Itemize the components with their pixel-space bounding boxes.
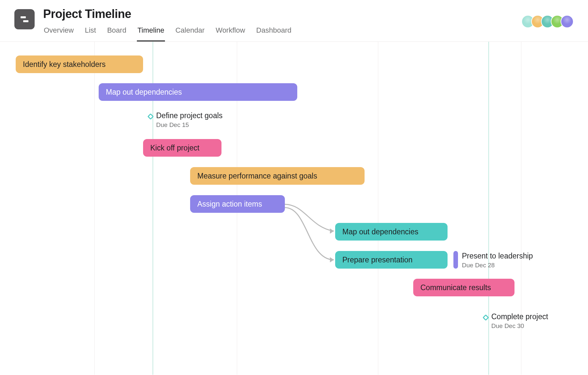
tab-dashboard[interactable]: Dashboard bbox=[255, 24, 292, 41]
milestone-title: Present to leadership bbox=[462, 251, 533, 261]
svg-rect-0 bbox=[21, 16, 26, 18]
svg-rect-1 bbox=[23, 20, 28, 22]
tab-timeline[interactable]: Timeline bbox=[137, 24, 165, 41]
milestone-complete-project[interactable]: Complete project Due Dec 30 bbox=[483, 312, 548, 330]
project-icon bbox=[14, 9, 35, 29]
task-identify-stakeholders[interactable]: Identify key stakeholders bbox=[16, 55, 143, 73]
member-avatars[interactable] bbox=[525, 15, 574, 28]
task-kick-off[interactable]: Kick off project bbox=[143, 139, 221, 157]
task-map-dependencies-2[interactable]: Map out dependencies bbox=[335, 223, 448, 241]
milestone-due: Due Dec 15 bbox=[156, 121, 222, 129]
milestone-title: Complete project bbox=[491, 312, 548, 322]
task-communicate-results[interactable]: Communicate results bbox=[413, 279, 514, 296]
tab-list[interactable]: List bbox=[84, 24, 97, 41]
tab-overview[interactable]: Overview bbox=[43, 24, 74, 41]
task-assign-action-items[interactable]: Assign action items bbox=[190, 195, 285, 213]
timeline-canvas[interactable]: Identify key stakeholders Map out depend… bbox=[0, 42, 588, 375]
task-map-dependencies[interactable]: Map out dependencies bbox=[99, 83, 297, 101]
milestone-define-goals[interactable]: Define project goals Due Dec 15 bbox=[148, 111, 222, 129]
diamond-icon bbox=[147, 113, 154, 120]
tab-board[interactable]: Board bbox=[106, 24, 127, 41]
tab-calendar[interactable]: Calendar bbox=[175, 24, 205, 41]
tab-workflow[interactable]: Workflow bbox=[215, 24, 246, 41]
diamond-icon bbox=[482, 314, 489, 321]
milestone-due: Due Dec 30 bbox=[491, 322, 548, 330]
milestone-present-leadership[interactable]: Present to leadership Due Dec 28 bbox=[462, 251, 533, 269]
milestone-pill-icon bbox=[453, 251, 458, 269]
task-measure-performance[interactable]: Measure performance against goals bbox=[190, 167, 365, 185]
milestone-title: Define project goals bbox=[156, 111, 222, 121]
task-prepare-presentation[interactable]: Prepare presentation bbox=[335, 251, 448, 269]
avatar[interactable] bbox=[561, 15, 574, 28]
milestone-due: Due Dec 28 bbox=[462, 262, 533, 269]
page-title: Project Timeline bbox=[43, 7, 292, 21]
tabs: Overview List Board Timeline Calendar Wo… bbox=[43, 24, 292, 41]
